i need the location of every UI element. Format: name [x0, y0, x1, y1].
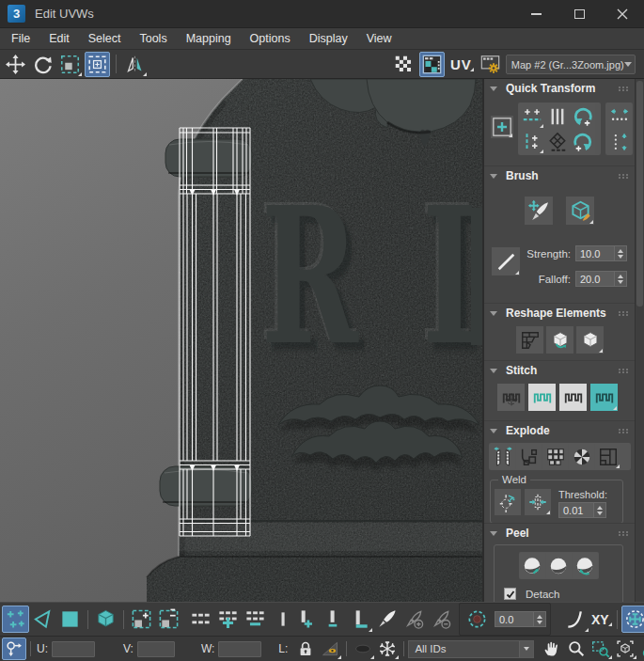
threshold-value[interactable]: 0.01	[558, 502, 594, 518]
weld-selected-button[interactable]	[525, 489, 551, 515]
close-button[interactable]	[601, 0, 644, 27]
shrink-loop-button[interactable]	[242, 606, 269, 633]
threshold-spinner[interactable]: 0.01	[558, 502, 607, 518]
zoom-extents-button[interactable]	[613, 637, 637, 660]
freeze-selected-button[interactable]	[375, 637, 400, 660]
menu-options[interactable]: Options	[241, 30, 300, 47]
stitch-average-button[interactable]	[528, 384, 556, 411]
move-button[interactable]	[3, 52, 28, 77]
reshape-header[interactable]: Reshape Elements	[484, 306, 635, 321]
edge-mode-button[interactable]	[29, 606, 56, 633]
peel-header[interactable]: Peel	[484, 526, 635, 541]
spinner-arrows[interactable]	[615, 271, 627, 287]
soft-selection-button[interactable]	[463, 606, 491, 633]
edit-seams-button[interactable]	[516, 326, 543, 354]
spinner-up-icon[interactable]	[618, 249, 623, 253]
zoom-button[interactable]	[564, 637, 589, 660]
shrink-ring-button[interactable]	[319, 606, 346, 633]
menu-mapping[interactable]: Mapping	[177, 30, 241, 47]
align-grid-button[interactable]	[544, 129, 570, 154]
move-selected-button[interactable]	[491, 116, 513, 138]
grow-loop-button[interactable]	[214, 606, 242, 633]
falloff-curve-button[interactable]	[562, 606, 589, 633]
grip-handle-icon[interactable]	[619, 87, 629, 91]
explode-elements-button[interactable]	[490, 444, 515, 469]
show-grid-button[interactable]	[391, 52, 416, 77]
strength-spinner[interactable]: 10.0	[575, 245, 627, 261]
spinner-arrows[interactable]	[594, 502, 606, 518]
stitch-target-button[interactable]	[590, 384, 618, 411]
relax-element-button[interactable]	[546, 326, 573, 354]
spinner-up-icon[interactable]	[537, 615, 542, 619]
explode-header[interactable]: Explode	[484, 423, 635, 438]
rotate-button[interactable]	[30, 52, 55, 77]
break-shapes-button[interactable]	[516, 444, 542, 469]
vertex-mode-button[interactable]	[2, 606, 29, 633]
map-dropdown[interactable]: Map #2 (Gr...3Zoom.jpg)	[506, 55, 636, 74]
quick-peel-button[interactable]	[520, 553, 545, 578]
freeform-mode-button[interactable]	[85, 52, 110, 77]
menu-display[interactable]: Display	[300, 30, 357, 47]
edge-loop-button[interactable]	[187, 606, 214, 633]
pack-layout-button[interactable]	[595, 444, 620, 469]
spinner-down-icon[interactable]	[618, 255, 623, 259]
paint-remove-button[interactable]	[428, 606, 455, 633]
menu-select[interactable]: Select	[79, 30, 131, 47]
maximize-button[interactable]	[558, 0, 601, 27]
show-map-button[interactable]	[419, 52, 445, 77]
rotate-ccw-button[interactable]	[570, 103, 595, 129]
paint-add-button[interactable]	[401, 606, 428, 633]
grip-handle-icon[interactable]	[619, 174, 629, 179]
spinner-up-icon[interactable]	[597, 506, 603, 510]
mirror-button[interactable]	[122, 52, 148, 77]
element-mode-button[interactable]	[92, 606, 119, 633]
pan-button[interactable]	[540, 637, 564, 660]
straighten-element-button[interactable]	[576, 326, 604, 354]
zoom-region-button[interactable]	[589, 637, 613, 660]
edge-ring-button[interactable]	[275, 606, 291, 633]
menu-tools[interactable]: Tools	[130, 30, 176, 47]
falloff-space-button[interactable]: XY	[589, 612, 613, 627]
spinner-down-icon[interactable]	[618, 280, 623, 284]
paint-select-button[interactable]	[373, 606, 401, 633]
panel-scrollbar[interactable]	[635, 79, 644, 602]
falloff-value[interactable]: 20.0	[575, 271, 615, 287]
grip-handle-icon[interactable]	[619, 531, 629, 536]
edge-distance-button[interactable]	[621, 606, 644, 633]
align-to-edge-button[interactable]	[346, 606, 373, 633]
dropdown-arrow-button[interactable]	[519, 641, 533, 657]
align-bars-button[interactable]	[544, 103, 570, 129]
grip-handle-icon[interactable]	[619, 429, 629, 433]
uv-editor-viewport[interactable]: RI RI RI	[0, 79, 482, 602]
softsel-falloff-spinner[interactable]: 0.0	[495, 611, 546, 627]
v-input[interactable]	[137, 641, 175, 657]
stitch-header[interactable]: Stitch	[484, 363, 635, 378]
quick-transform-header[interactable]: Quick Transform	[484, 81, 635, 96]
material-id-dropdown[interactable]: All IDs	[408, 640, 534, 658]
w-input[interactable]	[218, 641, 261, 657]
spinner-up-icon[interactable]	[618, 275, 623, 278]
hide-selected-button[interactable]	[351, 637, 375, 660]
help-mode-button[interactable]	[637, 637, 644, 660]
shrink-selection-button[interactable]	[155, 606, 182, 633]
grow-ring-button[interactable]	[291, 606, 319, 633]
uv-options-button[interactable]	[478, 52, 503, 77]
mosaic-button[interactable]	[569, 444, 594, 469]
menu-view[interactable]: View	[357, 30, 401, 47]
falloff-type-button[interactable]	[492, 247, 520, 275]
space-vertical-button[interactable]	[606, 129, 632, 154]
target-weld-button[interactable]	[495, 489, 521, 515]
absolute-offset-toggle[interactable]	[2, 637, 26, 660]
grip-handle-icon[interactable]	[619, 311, 629, 316]
spinner-arrows[interactable]	[615, 245, 627, 261]
strength-value[interactable]: 10.0	[575, 245, 615, 261]
grip-handle-icon[interactable]	[619, 369, 629, 373]
uv-space-button[interactable]: UV	[448, 56, 475, 72]
spinner-arrows[interactable]	[534, 611, 546, 627]
brush-header[interactable]: Brush	[484, 168, 635, 183]
space-horizontal-button[interactable]	[606, 103, 632, 129]
peel-mode-button[interactable]	[546, 553, 572, 578]
u-input[interactable]	[52, 641, 95, 657]
detach-checkbox[interactable]	[504, 588, 516, 600]
grow-selection-button[interactable]	[128, 606, 155, 633]
